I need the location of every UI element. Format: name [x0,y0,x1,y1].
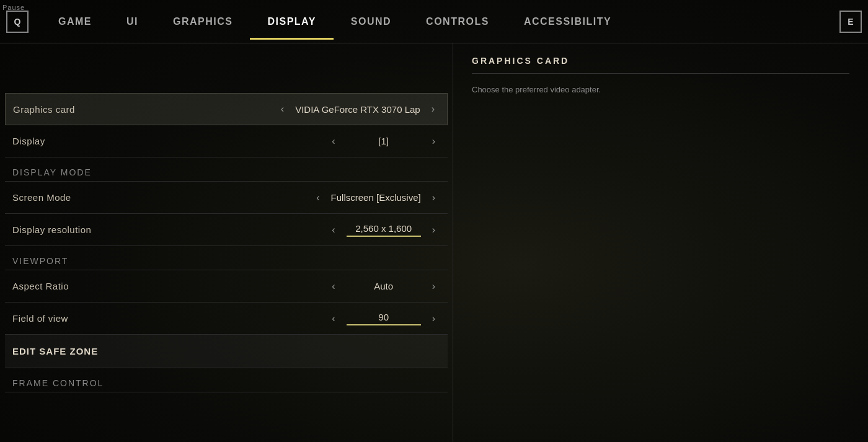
display-next[interactable]: › [427,133,440,149]
tab-game[interactable]: Game [41,11,109,32]
display-resolution-label: Display resolution [12,224,327,235]
e-button[interactable]: E [839,11,862,33]
display-control: ‹ [1] › [327,133,440,149]
tab-graphics[interactable]: Graphics [156,11,250,32]
aspect-ratio-next[interactable]: › [427,278,440,294]
nav-tabs: Game UI Graphics Display Sound Controls … [41,11,833,32]
display-row[interactable]: Display ‹ [1] › [5,125,448,157]
graphics-card-value: VIDIA GeForce RTX 3070 Lap [295,104,420,115]
field-of-view-prev[interactable]: ‹ [327,311,340,327]
tab-controls[interactable]: Controls [409,11,507,32]
edit-safe-zone-label: EDIT SAFE ZONE [12,346,98,356]
tab-accessibility[interactable]: Accessibility [507,11,629,32]
display-prev[interactable]: ‹ [327,133,340,149]
aspect-ratio-label: Aspect Ratio [12,281,327,291]
tab-display[interactable]: Display [250,11,333,32]
viewport-header: Viewport [5,246,448,270]
aspect-ratio-value: Auto [347,281,421,291]
graphics-card-label: Graphics card [13,104,276,115]
display-label: Display [12,136,327,146]
field-of-view-next[interactable]: › [427,311,440,327]
q-button[interactable]: Q [6,11,29,33]
field-of-view-row[interactable]: Field of view ‹ 90 › [5,303,448,335]
field-of-view-value: 90 [347,312,421,325]
right-panel: GRAPHICS CARD Choose the preferred video… [453,43,868,442]
tab-sound[interactable]: Sound [334,11,409,32]
display-resolution-row[interactable]: Display resolution ‹ 2,560 x 1,600 › [5,214,448,246]
field-of-view-control: ‹ 90 › [327,311,440,327]
graphics-card-prev[interactable]: ‹ [276,101,289,117]
screen-mode-control: ‹ Fullscreen [Exclusive] › [311,190,440,206]
tab-ui[interactable]: UI [109,11,156,32]
screen-mode-prev[interactable]: ‹ [311,190,324,206]
screen-mode-value: Fullscreen [Exclusive] [331,192,421,203]
field-of-view-label: Field of view [12,313,327,324]
graphics-card-control: ‹ VIDIA GeForce RTX 3070 Lap › [276,101,440,117]
display-resolution-prev[interactable]: ‹ [327,222,340,238]
frame-control-header: Frame Control [5,368,448,392]
screen-mode-label: Screen Mode [12,192,311,203]
aspect-ratio-prev[interactable]: ‹ [327,278,340,294]
display-resolution-control: ‹ 2,560 x 1,600 › [327,222,440,238]
aspect-ratio-control: ‹ Auto › [327,278,440,294]
left-panel: OPTIONS Graphics card ‹ VIDIA GeForce RT… [0,43,453,442]
info-title: GRAPHICS CARD [472,56,849,74]
aspect-ratio-row[interactable]: Aspect Ratio ‹ Auto › [5,270,448,303]
display-resolution-next[interactable]: › [427,222,440,238]
display-resolution-value: 2,560 x 1,600 [347,223,421,237]
main-area: OPTIONS Graphics card ‹ VIDIA GeForce RT… [0,43,868,442]
display-value: [1] [347,136,421,146]
top-nav: Q Game UI Graphics Display Sound Control… [0,0,868,43]
graphics-card-next[interactable]: › [427,101,440,117]
edit-safe-zone-button[interactable]: EDIT SAFE ZONE [5,335,448,368]
display-mode-header: Display mode [5,157,448,182]
info-description: Choose the preferred video adapter. [472,84,849,96]
screen-mode-next[interactable]: › [427,190,440,206]
screen-mode-row[interactable]: Screen Mode ‹ Fullscreen [Exclusive] › [5,182,448,214]
graphics-card-row[interactable]: Graphics card ‹ VIDIA GeForce RTX 3070 L… [5,93,448,125]
